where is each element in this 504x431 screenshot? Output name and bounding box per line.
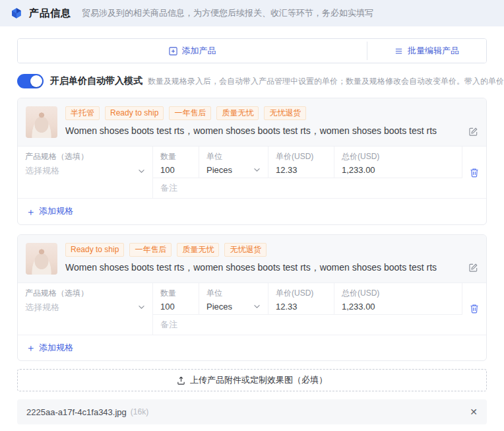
product-card: 半托管 Ready to ship 一年售后 质量无忧 无忧退货 Women s… bbox=[17, 98, 487, 225]
page-title: 产品信息 bbox=[29, 7, 71, 20]
add-spec-label: 添加规格 bbox=[39, 342, 73, 354]
product-tag: 半托管 bbox=[65, 106, 100, 120]
page-subtitle: 贸易涉及到的相关商品信息，为方便您后续报关、收汇等环节，务必如实填写 bbox=[82, 7, 373, 19]
spec-column-header: 产品规格（选填） bbox=[25, 288, 145, 299]
file-size: (16k) bbox=[131, 407, 148, 416]
qty-column-header: 数量 bbox=[160, 151, 191, 162]
product-info-page: 产品信息 贸易涉及到的相关商品信息，为方便您后续报关、收汇等环节，务必如实填写 … bbox=[0, 0, 504, 431]
product-tag: Ready to ship bbox=[65, 243, 124, 257]
chevron-down-icon bbox=[253, 304, 261, 309]
plus-icon: ＋ bbox=[26, 343, 36, 352]
spec-select-placeholder: 选择规格 bbox=[25, 302, 59, 314]
product-head-main: Ready to ship 一年售后 质量无忧 无忧退货 Women shose… bbox=[65, 243, 478, 275]
product-card-header: Ready to ship 一年售后 质量无忧 无忧退货 Women shose… bbox=[18, 235, 486, 282]
spec-table: 产品规格（选填） 选择规格 数量 100 单位 Pieces bbox=[18, 282, 486, 335]
plus-square-icon bbox=[169, 47, 177, 55]
edit-product-icon[interactable] bbox=[468, 127, 478, 137]
chevron-down-icon bbox=[253, 168, 261, 172]
chevron-down-icon bbox=[138, 305, 145, 310]
total-column-header: 总价(USD) bbox=[342, 151, 455, 162]
qty-input[interactable]: 100 bbox=[160, 165, 191, 175]
trash-icon bbox=[470, 304, 479, 314]
delete-spec-row-button[interactable] bbox=[462, 283, 486, 335]
cube-icon bbox=[11, 7, 22, 19]
total-column-header: 总价(USD) bbox=[342, 288, 455, 299]
price-column-header: 单价(USD) bbox=[276, 288, 327, 299]
delete-spec-row-button[interactable] bbox=[462, 147, 486, 198]
product-tag: 一年售后 bbox=[169, 106, 211, 120]
product-tag: 质量无忧 bbox=[216, 106, 259, 120]
product-image bbox=[26, 106, 57, 138]
batch-edit-label: 批量编辑产品 bbox=[408, 45, 459, 57]
main-content: 添加产品 批量编辑产品 开启单价自动带入模式 数量及规格录入后，会自动带入产品管… bbox=[0, 26, 504, 431]
note-input[interactable]: 备注 bbox=[153, 315, 462, 335]
add-product-label: 添加产品 bbox=[182, 45, 216, 57]
unit-column-header: 单位 bbox=[206, 151, 261, 162]
product-card: Ready to ship 一年售后 质量无忧 无忧退货 Women shose… bbox=[17, 234, 487, 362]
total-value: 1,233.00 bbox=[342, 165, 455, 175]
price-input[interactable]: 12.33 bbox=[276, 302, 327, 312]
list-lines-icon bbox=[394, 47, 403, 55]
price-cell: 单价(USD) 12.33 bbox=[268, 283, 334, 315]
remove-file-icon[interactable]: ✕ bbox=[470, 407, 478, 417]
toggle-knob bbox=[30, 75, 42, 87]
total-cell: 总价(USD) 1,233.00 bbox=[334, 147, 462, 178]
note-input[interactable]: 备注 bbox=[153, 178, 462, 198]
add-spec-button[interactable]: ＋ 添加规格 bbox=[26, 205, 73, 217]
upload-icon bbox=[177, 376, 185, 385]
product-tag: Ready to ship bbox=[105, 106, 164, 120]
auto-price-label: 开启单价自动带入模式 bbox=[50, 75, 142, 87]
unit-select-value: Pieces bbox=[206, 302, 232, 312]
product-tag: 无忧退货 bbox=[264, 106, 306, 120]
section-header: 产品信息 贸易涉及到的相关商品信息，为方便您后续报关、收汇等环节，务必如实填写 bbox=[0, 0, 504, 26]
edit-product-icon[interactable] bbox=[468, 263, 478, 273]
product-toolbar: 添加产品 批量编辑产品 bbox=[17, 38, 487, 63]
product-tag: 一年售后 bbox=[129, 243, 172, 257]
qty-input[interactable]: 100 bbox=[160, 302, 191, 312]
product-tags: Ready to ship 一年售后 质量无忧 无忧退货 bbox=[65, 243, 478, 257]
auto-price-toggle[interactable] bbox=[17, 74, 44, 88]
spec-select-cell: 产品规格（选填） 选择规格 bbox=[18, 283, 153, 335]
file-name: 2225aa-a17f-4c1fa343.jpg bbox=[26, 407, 127, 417]
spec-column-header: 产品规格（选填） bbox=[25, 151, 145, 162]
price-input[interactable]: 12.33 bbox=[276, 165, 327, 175]
plus-icon: ＋ bbox=[26, 207, 36, 216]
spec-select[interactable]: 选择规格 bbox=[25, 302, 145, 314]
total-cell: 总价(USD) 1,233.00 bbox=[334, 283, 462, 315]
product-title-row: Women shoses boots test rts，women shoses… bbox=[65, 262, 478, 274]
spec-select-placeholder: 选择规格 bbox=[25, 165, 59, 177]
qty-cell: 数量 100 bbox=[153, 283, 199, 315]
note-placeholder: 备注 bbox=[160, 319, 177, 331]
chevron-down-icon bbox=[138, 169, 145, 174]
product-tag: 无忧退货 bbox=[224, 243, 267, 257]
product-tags: 半托管 Ready to ship 一年售后 质量无忧 无忧退货 bbox=[65, 106, 478, 120]
product-name: Women shoses boots test rts，women shoses… bbox=[65, 125, 437, 137]
price-cell: 单价(USD) 12.33 bbox=[268, 147, 334, 178]
uploaded-file-row: 2225aa-a17f-4c1fa343.jpg (16k) ✕ bbox=[17, 399, 487, 424]
price-column-header: 单价(USD) bbox=[276, 151, 327, 162]
product-title-row: Women shoses boots test rts，women shoses… bbox=[65, 125, 478, 137]
unit-cell: 单位 Pieces bbox=[199, 147, 268, 178]
upload-attachment-button[interactable]: 上传产品附件或定制效果图（必填） bbox=[17, 369, 487, 391]
unit-select[interactable]: Pieces bbox=[206, 302, 261, 312]
note-placeholder: 备注 bbox=[160, 182, 177, 194]
unit-column-header: 单位 bbox=[206, 288, 261, 299]
auto-price-row: 开启单价自动带入模式 数量及规格录入后，会自动带入产品管理中设置的单价；数量及规… bbox=[17, 74, 487, 88]
trash-icon bbox=[470, 168, 479, 178]
add-spec-button[interactable]: ＋ 添加规格 bbox=[26, 342, 73, 354]
spec-select-cell: 产品规格（选填） 选择规格 bbox=[18, 147, 153, 198]
product-card-header: 半托管 Ready to ship 一年售后 质量无忧 无忧退货 Women s… bbox=[18, 98, 486, 146]
qty-cell: 数量 100 bbox=[153, 147, 199, 178]
batch-edit-button[interactable]: 批量编辑产品 bbox=[367, 39, 486, 63]
product-image bbox=[26, 243, 57, 275]
unit-select[interactable]: Pieces bbox=[206, 165, 261, 175]
unit-cell: 单位 Pieces bbox=[199, 283, 268, 315]
spec-select[interactable]: 选择规格 bbox=[25, 165, 145, 177]
product-name: Women shoses boots test rts，women shoses… bbox=[65, 262, 437, 274]
qty-column-header: 数量 bbox=[160, 288, 191, 299]
auto-price-description: 数量及规格录入后，会自动带入产品管理中设置的单价；数量及规格修改会自动改变单价。… bbox=[148, 76, 504, 87]
add-product-button[interactable]: 添加产品 bbox=[18, 39, 367, 63]
upload-label: 上传产品附件或定制效果图（必填） bbox=[190, 374, 327, 386]
product-tag: 质量无忧 bbox=[177, 243, 219, 257]
product-card-footer: ＋ 添加规格 bbox=[18, 335, 486, 361]
